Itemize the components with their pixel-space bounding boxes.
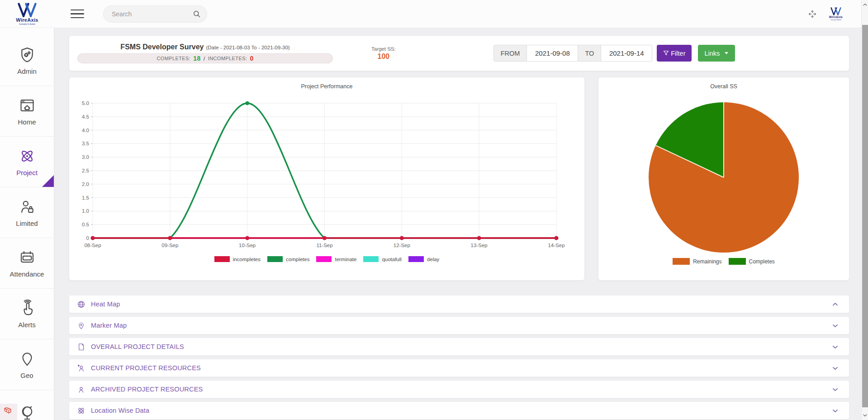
legend-item-quotafull[interactable]: quotafull [363,256,401,262]
accordion-marker-map[interactable]: Marker Map [69,316,849,334]
wireaxis-logo-icon [17,3,38,17]
svg-text:2.5: 2.5 [82,168,89,173]
accordion-current-project-resources[interactable]: CURRENT PROJECT RESOURCES [69,359,849,377]
search-icon[interactable] [192,10,201,19]
filter-button-label: Filter [671,50,685,57]
globe-stand-icon [19,405,36,420]
completes-incompletes-pill: COMPLETES: 18 / INCOMPLETES: 0 [77,53,333,63]
legend-swatch [316,256,332,262]
line-chart-legend: incompletescompletesterminatequotafullde… [69,256,584,262]
sidebar-item-label: Project [16,169,38,177]
pie-chart-title: Overall SS [598,77,849,90]
svg-text:14-Sep: 14-Sep [548,243,564,248]
caret-down-icon [725,52,728,54]
from-label: FROM [493,45,527,62]
sidebar-item-admin[interactable]: Admin [0,35,54,86]
svg-text:08-Sep: 08-Sep [84,243,101,248]
accordion-heat-map[interactable]: Heat Map [69,295,849,313]
scrollbar-up-arrow-icon[interactable] [862,2,868,8]
sidebar-item-label: Limited [16,220,38,227]
accordion-archived-project-resources[interactable]: ARCHIVED PROJECT RESOURCES [69,380,849,398]
tap-click-icon [19,300,36,317]
chevron-down-icon[interactable] [831,343,839,351]
search-box[interactable] [103,5,207,23]
legend-label: Completes [749,258,775,265]
accordion-list: Heat MapMarker MapOVERALL PROJECT DETAIL… [69,295,849,420]
legend-swatch [408,256,424,262]
incompletes-value: 0 [250,55,253,62]
legend-label: Remainings [693,258,721,265]
page-scrollbar[interactable] [861,0,868,420]
legend-swatch [267,256,283,262]
home-window-icon [19,97,36,114]
legend-item-remainings[interactable]: Remainings [673,258,721,265]
svg-text:13-Sep: 13-Sep [471,243,488,248]
svg-text:4.5: 4.5 [82,114,89,119]
accordion-location-wise-data[interactable]: Location Wise Data [69,401,849,420]
survey-title-row: FSMS Developer Survey(Date - 2021-08-03 … [120,43,289,51]
filter-button[interactable]: Filter [657,45,691,62]
pie-chart-legend: RemainingsCompletes [598,258,849,265]
legend-item-delay[interactable]: delay [408,256,440,262]
legend-swatch [214,256,230,262]
svg-text:4.0: 4.0 [82,128,89,133]
chevron-up-icon[interactable] [831,301,839,308]
sidebar-item-attendance[interactable]: Attendance [0,238,54,289]
chevron-down-icon[interactable] [831,407,839,415]
accordion-overall-project-details[interactable]: OVERALL PROJECT DETAILS [69,338,849,356]
laravel-badge[interactable] [0,404,17,420]
brand-logo[interactable]: WireAxis Curiosity In Action [0,3,54,25]
overall-ss-pie-chart [598,100,849,255]
legend-swatch [729,258,746,265]
active-indicator-triangle [42,175,54,187]
laravel-icon [3,406,14,417]
chevron-down-icon[interactable] [831,364,839,372]
survey-date-range: (Date - 2021-08-03 To - 2021-09-30) [206,45,289,50]
calendar-icon [19,249,36,266]
survey-title: FSMS Developer Survey [120,43,204,51]
accordion-label: Heat Map [91,301,120,308]
legend-item-terminate[interactable]: terminate [316,256,356,262]
accordion-label: Location Wise Data [91,407,149,414]
target-ss-block: Target SS: 100 [371,46,396,61]
note-icon [77,343,85,351]
fullscreen-icon[interactable] [807,9,817,19]
legend-item-completes[interactable]: completes [267,256,309,262]
user-lock-icon [19,198,36,215]
accordion-label: OVERALL PROJECT DETAILS [91,343,184,350]
completes-label: COMPLETES: [157,56,190,61]
main-content: FSMS Developer Survey(Date - 2021-08-03 … [54,28,868,420]
sidebar-item-label: Alerts [18,321,35,329]
project-performance-card: Project Performance 08-Sep09-Sep10-Sep11… [69,77,585,281]
legend-swatch [673,258,690,265]
chevron-down-icon[interactable] [831,386,839,393]
to-date-input[interactable] [601,45,652,62]
chevron-down-icon[interactable] [831,322,839,329]
from-date-input[interactable] [527,45,578,62]
sidebar-item-limited[interactable]: Limited [0,187,54,238]
map-pin-icon [19,350,36,368]
wireaxis-logo-small-icon [830,7,842,15]
scrollbar-down-arrow-icon[interactable] [862,412,868,418]
sidebar-item-home[interactable]: Home [0,86,54,137]
legend-label: completes [286,257,309,262]
project-performance-line-chart: 08-Sep09-Sep10-Sep11-Sep12-Sep13-Sep14-S… [69,97,584,256]
svg-text:10-Sep: 10-Sep [239,243,256,248]
legend-label: delay [427,257,440,262]
sidebar-item-label: Home [18,118,36,126]
legend-label: quotafull [382,257,401,262]
links-dropdown-button[interactable]: Links [698,45,735,62]
scrollbar-thumb[interactable] [862,25,868,407]
svg-text:5.0: 5.0 [82,100,89,106]
user-star-icon [77,364,85,372]
legend-item-completes[interactable]: Completes [729,258,775,265]
sidebar-item-label: Geo [20,372,33,379]
sidebar-item-geo[interactable]: Geo [0,339,54,390]
map-marker-icon [77,321,85,330]
legend-label: terminate [335,257,356,262]
menu-toggle-button[interactable] [71,9,85,19]
sidebar-item-alerts[interactable]: Alerts [0,289,54,339]
legend-item-incompletes[interactable]: incompletes [214,256,261,262]
search-input[interactable] [103,5,207,23]
sidebar-item-project[interactable]: Project [0,137,54,187]
